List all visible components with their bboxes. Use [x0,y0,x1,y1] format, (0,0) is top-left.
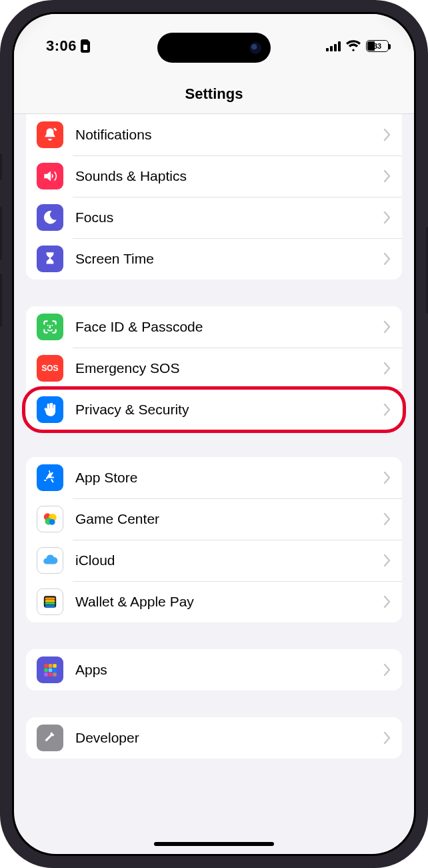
sim-icon [81,39,91,53]
front-camera [249,42,261,54]
wallet-icon [37,588,63,615]
chevron-right-icon [383,513,391,525]
settings-group: Apps [26,649,402,691]
settings-row-icloud[interactable]: iCloud [26,540,402,581]
settings-row-screen-time[interactable]: Screen Time [26,238,402,280]
svg-rect-0 [83,45,87,50]
chevron-right-icon [383,664,391,676]
row-label: Screen Time [75,251,383,267]
row-label: Apps [75,662,383,678]
battery-icon: 33 [366,40,389,52]
cellular-bars-icon [326,41,341,51]
settings-row-developer[interactable]: Developer [26,717,402,759]
chevron-right-icon [383,732,391,744]
row-label: Emergency SOS [75,360,383,376]
chevron-right-icon [383,253,391,265]
chevron-right-icon [383,362,391,374]
phone-bezel: 3:06 33 [12,12,416,856]
chevron-right-icon [383,554,391,566]
apps-grid-icon [37,657,63,683]
mute-switch[interactable] [0,153,2,180]
settings-row-face-id-passcode[interactable]: Face ID & Passcode [26,306,402,348]
hammer-icon [37,725,63,751]
row-label: Focus [75,209,383,226]
settings-row-privacy-security[interactable]: Privacy & Security [26,389,402,430]
settings-row-emergency-sos[interactable]: Emergency SOS [26,348,402,389]
battery-percent: 33 [373,42,381,50]
chevron-right-icon [383,321,391,333]
settings-list[interactable]: NotificationsSounds & HapticsFocusScreen… [14,14,414,854]
row-label: Face ID & Passcode [75,319,383,335]
chevron-right-icon [383,211,391,224]
volume-down-button[interactable] [0,274,2,327]
settings-row-sounds-haptics[interactable]: Sounds & Haptics [26,155,402,197]
row-label: Privacy & Security [75,402,383,418]
home-indicator[interactable] [154,842,274,846]
moon-icon [37,204,63,231]
settings-group: Developer [26,717,402,759]
chevron-right-icon [383,596,391,608]
chevron-right-icon [383,404,391,416]
hand-icon [37,396,63,423]
wifi-icon [346,40,361,52]
settings-row-apps[interactable]: Apps [26,649,402,691]
row-label: Sounds & Haptics [75,168,383,184]
volume-up-button[interactable] [0,207,2,260]
sos-icon [37,355,63,382]
settings-row-notifications[interactable]: Notifications [26,114,402,155]
settings-row-app-store[interactable]: App Store [26,457,402,498]
settings-row-focus[interactable]: Focus [26,197,402,238]
chevron-right-icon [383,472,391,484]
status-time: 3:06 [46,37,77,55]
appstore-icon [37,464,63,491]
row-label: Game Center [75,511,383,527]
dynamic-island [157,33,271,63]
gamecenter-icon [37,506,63,532]
chevron-right-icon [383,170,391,182]
speaker-icon [37,163,63,189]
row-label: iCloud [75,552,383,568]
chevron-right-icon [383,129,391,141]
row-label: Wallet & Apple Pay [75,594,383,610]
screen: 3:06 33 [14,14,414,854]
settings-row-game-center[interactable]: Game Center [26,498,402,540]
settings-group: Face ID & PasscodeEmergency SOSPrivacy &… [26,306,402,430]
faceid-icon [37,314,63,340]
bell-icon [37,121,63,148]
settings-group: App StoreGame CenteriCloudWallet & Apple… [26,457,402,622]
phone-frame: 3:06 33 [0,0,428,868]
row-label: Notifications [75,127,383,143]
row-label: App Store [75,470,383,486]
settings-row-wallet-apple-pay[interactable]: Wallet & Apple Pay [26,581,402,622]
icloud-icon [37,547,63,574]
hourglass-icon [37,246,63,272]
settings-group: NotificationsSounds & HapticsFocusScreen… [26,114,402,280]
page-title: Settings [185,85,243,103]
row-label: Developer [75,730,383,746]
